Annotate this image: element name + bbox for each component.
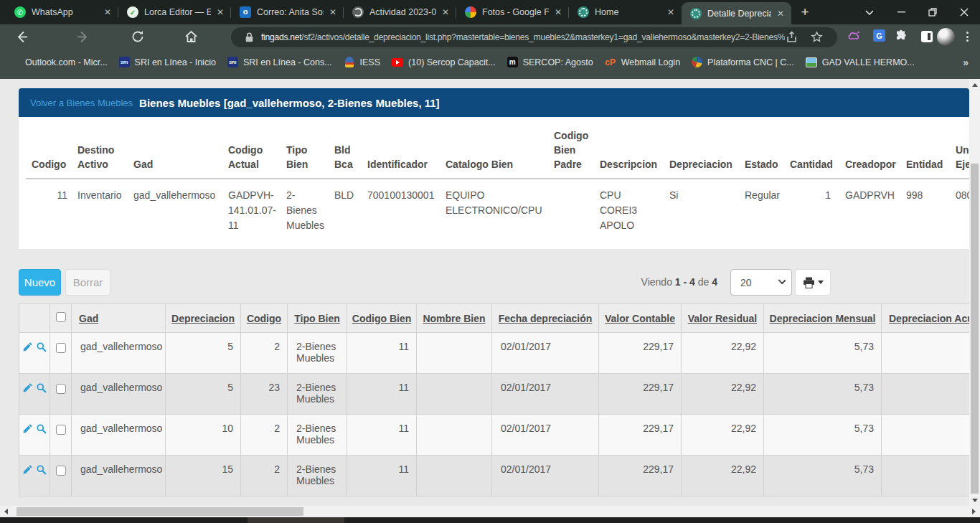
bookmark-plataforma-cnc[interactable]: Plataforma CNC | C... [692,57,794,67]
row-checkbox[interactable] [56,466,66,476]
extensions-puzzle-icon[interactable] [895,29,908,45]
col-depreciacion-acumulada[interactable]: Depreciacion Acu [882,304,970,333]
col-select-all [50,304,72,333]
tab-fotos[interactable]: Fotos - Google F ✕ [456,0,569,24]
tab-bar: WhatsApp ✕ Lorca Editor — El ✕ Correo: A… [0,0,980,24]
edit-icon[interactable] [22,382,33,395]
col-valor-contable[interactable]: Valor Contable [599,304,682,333]
col-depreciacion[interactable]: Depreciacion [166,304,241,333]
horizontal-scrollbar[interactable] [0,506,980,517]
new-tab-button[interactable]: + [794,1,816,23]
scroll-right-arrow[interactable] [968,506,980,517]
page-viewport: Volver a Bienes Muebles Bienes Muebles [… [0,74,980,523]
view-icon[interactable] [36,423,47,436]
master-card-title: Bienes Muebles [gad_vallehermoso, 2-Bien… [139,97,439,109]
tab-close-icon[interactable]: ✕ [555,7,562,17]
row-checkbox[interactable] [56,384,66,394]
back-to-bienes-muebles-link[interactable]: Volver a Bienes Muebles [30,98,133,108]
tab-close-icon[interactable]: ✕ [442,7,449,17]
bookmark-iess[interactable]: IESS [344,57,381,68]
edit-icon[interactable] [22,464,33,477]
vertical-scroll-thumb[interactable] [971,164,979,494]
tab-actividad[interactable]: Actividad 2023-0 ✕ [344,0,456,24]
row-checkbox[interactable] [56,343,66,353]
view-icon[interactable] [36,382,47,395]
horizontal-scroll-thumb[interactable] [17,507,303,516]
tab-close-icon[interactable]: ✕ [329,7,336,17]
bookmark-gad-vallehermoso[interactable]: GAD VALLE HERMO... [806,57,915,67]
tab-close-icon[interactable]: ✕ [104,7,111,17]
tab-title: WhatsApp [32,7,98,17]
row-actions [19,415,50,456]
extension-pink-icon[interactable] [847,29,861,46]
edit-icon[interactable] [22,341,33,354]
col-gad[interactable]: Gad [72,304,166,333]
scroll-left-arrow[interactable] [0,506,12,517]
scroll-up-arrow[interactable] [969,79,980,90]
bookmark-label: IESS [360,57,381,67]
tab-close-icon[interactable]: ✕ [667,7,674,17]
cell-valor-contable: 229,17 [599,333,682,374]
tab-whatsapp[interactable]: WhatsApp ✕ [6,0,118,24]
address-bar[interactable]: fingads.net/sf2/activos/detalle_deprecia… [231,27,837,47]
nuevo-button[interactable]: Nuevo [19,269,61,296]
borrar-button[interactable]: Borrar [65,269,110,296]
microsoft-icon [9,57,20,67]
bookmark-star-icon[interactable] [811,31,823,46]
tab-home[interactable]: Home ✕ [569,0,682,24]
tab-detalle-depreciacion[interactable]: Detalle Deprecia ✕ [682,2,791,24]
bookmark-sercop-youtube[interactable]: (10) Sercop Capacit... [392,57,496,67]
col-tipo-bien[interactable]: Tipo Bien [288,304,347,333]
vertical-scrollbar[interactable] [969,79,980,506]
back-button[interactable] [14,29,30,45]
forward-button[interactable] [75,29,91,45]
bookmarks-overflow-chevron[interactable]: » [963,57,969,68]
google-photos-icon [465,6,476,18]
tab-close-icon[interactable]: ✕ [777,9,784,19]
restore-button[interactable] [917,0,948,24]
tab-close-icon[interactable]: ✕ [217,7,224,17]
print-button[interactable] [795,269,831,296]
row-checkbox[interactable] [56,425,66,435]
bookmark-outlook[interactable]: Outlook.com - Micr... [9,57,108,67]
tab-lorca[interactable]: Lorca Editor — El ✕ [118,0,231,24]
page-size-select[interactable]: 20 [730,269,792,296]
scroll-down-arrow[interactable] [969,494,980,506]
col-nombre-bien[interactable]: Nombre Bien [417,304,492,333]
sri-icon: SRI [227,57,238,67]
close-window-button[interactable] [948,0,980,24]
cell-gad: gad_vallehermoso [72,456,166,496]
list-actions-bar: Nuevo Borrar Viendo 1 - 4 de 4 20 [19,269,967,296]
browser-menu-icon[interactable] [966,32,969,42]
edit-icon[interactable] [22,423,33,436]
cell-gad: gad_vallehermoso [72,374,166,415]
bookmark-sercop[interactable]: mSERCOP: Agosto [507,57,593,67]
col-codigo[interactable]: Codigo [241,304,288,333]
col-depreciacion-mensual[interactable]: Depreciacion Mensual [764,304,882,333]
home-button[interactable] [184,29,199,45]
profile-avatar[interactable] [937,28,955,46]
reload-button[interactable] [131,29,146,45]
whatsapp-icon [14,6,26,18]
tab-correo[interactable]: Correo: Anita Sos ✕ [231,0,344,24]
cell-valor-residual: 22,92 [682,333,764,374]
bookmark-webmail[interactable]: cPWebmail Login [605,57,680,68]
cell-unidad-ejecutora: 080 [956,179,969,233]
row-select-cell [50,374,72,415]
extension-translate-icon[interactable]: G [873,29,885,42]
col-valor-residual[interactable]: Valor Residual [682,304,764,333]
minimize-button[interactable] [885,0,917,24]
tab-search-chevron-icon[interactable] [854,0,885,24]
bookmark-sri-inicio[interactable]: SRISRI en Línea - Inicio [119,57,216,67]
col-codigo-bien[interactable]: Codigo Bien [347,304,417,333]
select-all-checkbox[interactable] [56,312,66,322]
de-text: de [698,276,710,288]
col-fecha-depreciacion[interactable]: Fecha depreciación [492,304,599,333]
col-entidad: Entidad [906,117,956,179]
bookmark-label: SRI en Línea - Inicio [135,57,216,67]
view-icon[interactable] [36,464,47,477]
bookmark-sri-consultas[interactable]: SRISRI en Línea - Cons... [227,57,332,67]
view-icon[interactable] [36,341,47,354]
extension-darkreader-icon[interactable] [921,31,933,42]
share-icon[interactable] [786,31,798,46]
